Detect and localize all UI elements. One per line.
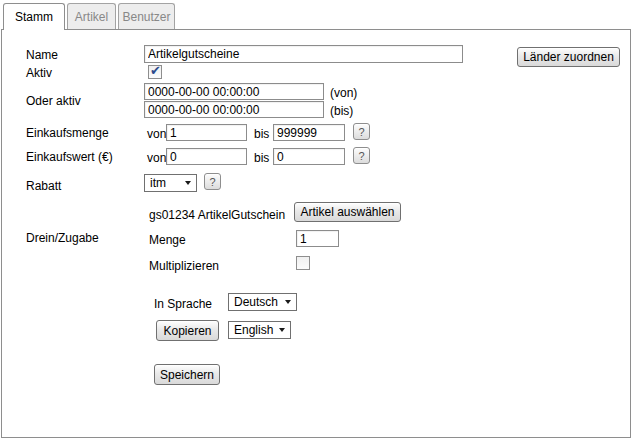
rabatt-label: Rabatt xyxy=(26,179,61,193)
einkaufsmenge-bis-input[interactable] xyxy=(273,124,345,141)
aktiv-label: Aktiv xyxy=(26,66,52,80)
einkaufswert-bis-label: bis xyxy=(254,151,269,165)
tab-bar: Stamm Artikel Benutzer xyxy=(3,3,175,30)
einkaufsmenge-label: Einkaufsmenge xyxy=(26,126,109,140)
multiplizieren-label: Multiplizieren xyxy=(149,259,219,273)
artikel-gutschein-text: gs01234 ArtikelGutschein xyxy=(149,208,285,222)
chevron-down-icon xyxy=(185,181,191,185)
kopieren-select-value: English xyxy=(234,323,273,337)
menge-label: Menge xyxy=(149,233,186,247)
einkaufsmenge-von-input[interactable] xyxy=(166,124,247,141)
oder-aktiv-von-input[interactable] xyxy=(144,83,324,100)
einkaufsmenge-help-button[interactable]: ? xyxy=(353,123,370,140)
oder-aktiv-label: Oder aktiv xyxy=(26,94,81,108)
name-label: Name xyxy=(26,48,58,62)
bis-suffix-label: (bis) xyxy=(330,104,353,118)
tab-benutzer[interactable]: Benutzer xyxy=(118,3,175,29)
chevron-down-icon xyxy=(279,328,285,332)
aktiv-checkbox[interactable]: ✔ xyxy=(148,65,162,79)
tab-panel-stamm: Name Länder zuordnen Aktiv ✔ Oder aktiv … xyxy=(1,29,631,438)
chevron-down-icon xyxy=(285,300,291,304)
kopieren-sprache-select[interactable]: English xyxy=(228,321,291,339)
rabatt-select[interactable]: itm xyxy=(144,174,197,192)
in-sprache-label: In Sprache xyxy=(154,297,212,311)
rabatt-select-value: itm xyxy=(150,176,166,190)
laender-zuordnen-button[interactable]: Länder zuordnen xyxy=(517,47,620,67)
speichern-button[interactable]: Speichern xyxy=(154,364,220,385)
tab-stamm[interactable]: Stamm xyxy=(3,3,65,30)
sprache-select-value: Deutsch xyxy=(234,295,278,309)
app-window: Stamm Artikel Benutzer Name Länder zuord… xyxy=(0,0,633,440)
oder-aktiv-bis-input[interactable] xyxy=(144,101,324,118)
einkaufswert-bis-input[interactable] xyxy=(273,148,345,165)
check-icon: ✔ xyxy=(150,66,161,76)
kopieren-button[interactable]: Kopieren xyxy=(156,320,219,341)
drein-zugabe-label: Drein/Zugabe xyxy=(26,231,99,245)
multiplizieren-checkbox[interactable] xyxy=(296,256,310,270)
rabatt-help-button[interactable]: ? xyxy=(204,173,221,190)
einkaufswert-von-input[interactable] xyxy=(166,148,247,165)
menge-input[interactable] xyxy=(296,230,339,247)
von-suffix-label: (von) xyxy=(330,86,357,100)
einkaufsmenge-von-label: von xyxy=(147,127,166,141)
einkaufswert-von-label: von xyxy=(147,151,166,165)
sprache-select[interactable]: Deutsch xyxy=(228,293,297,311)
tab-artikel[interactable]: Artikel xyxy=(67,3,116,29)
name-input[interactable] xyxy=(144,45,463,63)
einkaufsmenge-bis-label: bis xyxy=(254,127,269,141)
artikel-auswaehlen-button[interactable]: Artikel auswählen xyxy=(294,202,401,222)
einkaufswert-label: Einkaufswert (€) xyxy=(26,150,113,164)
einkaufswert-help-button[interactable]: ? xyxy=(353,147,370,164)
